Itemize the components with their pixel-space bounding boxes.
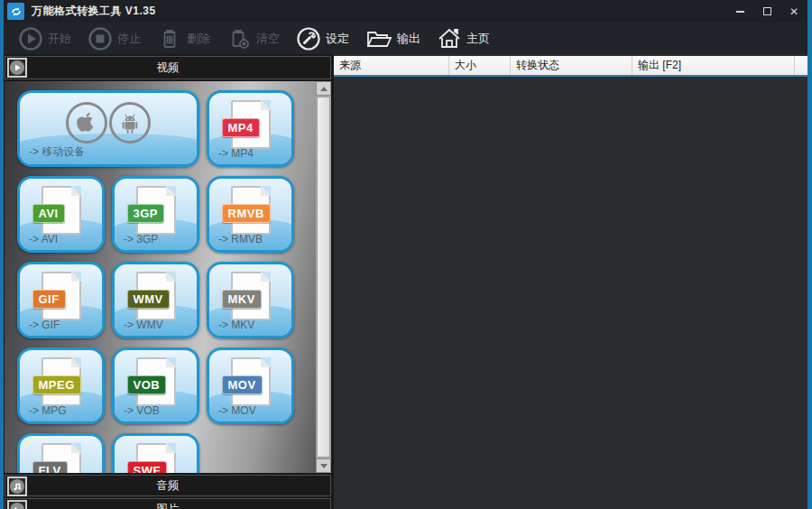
format-label: -> 移动设备 — [29, 144, 85, 160]
stop-label: 停止 — [117, 31, 141, 47]
conversion-panel: 来源 大小 转换状态 输出 [F2] — [334, 54, 807, 509]
format-badge: MKV — [222, 290, 262, 309]
format-label: -> GIF — [29, 319, 60, 331]
format-button-gif[interactable]: GIF -> GIF — [17, 262, 105, 338]
file-icon: FLV — [42, 443, 81, 473]
tab-image-label: 图片 — [157, 502, 180, 509]
scroll-up-button[interactable] — [316, 81, 331, 96]
format-label: -> AVI — [29, 233, 58, 245]
apple-icon — [66, 102, 107, 143]
file-icon: VOB — [136, 357, 176, 406]
tab-audio-label: 音频 — [157, 478, 180, 494]
format-button-avi[interactable]: AVI -> AVI — [17, 176, 105, 253]
minimize-button[interactable] — [726, 0, 753, 23]
file-icon: WMV — [136, 272, 176, 320]
file-icon: MOV — [231, 357, 271, 406]
format-button-vob[interactable]: VOB -> VOB — [112, 347, 199, 424]
format-badge: RMVB — [222, 204, 271, 223]
picture-icon — [7, 500, 27, 509]
format-sidebar: 视频 — [4, 54, 332, 509]
file-icon: GIF — [42, 272, 81, 320]
format-button-mobile[interactable]: -> 移动设备 — [17, 90, 199, 167]
trash-clear-icon — [226, 26, 252, 51]
format-badge: AVI — [32, 204, 65, 223]
home-icon — [437, 27, 462, 51]
format-badge: SWF — [127, 461, 167, 473]
tab-audio[interactable]: 音频 — [5, 475, 331, 496]
play-icon — [7, 58, 27, 78]
format-button-flv[interactable]: FLV -> FLV — [17, 433, 105, 473]
tab-video[interactable]: 视频 — [5, 56, 331, 79]
window-border-left — [0, 0, 4, 509]
list-header: 来源 大小 转换状态 输出 [F2] — [334, 56, 807, 77]
maximize-button[interactable] — [753, 0, 780, 23]
trash-icon — [157, 26, 182, 51]
format-label: -> WMV — [124, 319, 163, 331]
format-button-rmvb[interactable]: RMVB -> RMVB — [207, 176, 294, 253]
clear-button[interactable]: 清空 — [223, 24, 283, 53]
format-button-mov[interactable]: MOV -> MOV — [207, 347, 294, 424]
format-grid-viewport: -> 移动设备 MP4 -> MP4 AVI -> AVI — [5, 81, 331, 473]
column-source[interactable]: 来源 — [334, 56, 449, 75]
format-button-mp4[interactable]: MP4 -> MP4 — [207, 90, 294, 167]
file-icon: MP4 — [231, 100, 271, 149]
output-button[interactable]: 输出 — [362, 25, 424, 52]
format-label: -> MKV — [218, 319, 254, 331]
file-icon: RMVB — [231, 186, 271, 235]
file-icon: AVI — [42, 186, 81, 235]
settings-button[interactable]: 设定 — [292, 24, 353, 53]
tab-video-label: 视频 — [157, 60, 180, 76]
home-label: 主页 — [466, 31, 490, 47]
column-size[interactable]: 大小 — [449, 56, 511, 75]
settings-label: 设定 — [326, 31, 349, 47]
column-filler — [795, 56, 807, 75]
format-label: -> MOV — [218, 404, 256, 417]
format-button-swf[interactable]: SWF -> SWF — [112, 433, 199, 473]
stop-button[interactable]: 停止 — [84, 24, 144, 53]
window-border-right — [807, 0, 812, 509]
music-note-icon — [7, 477, 27, 496]
format-button-mpeg[interactable]: MPEG -> MPG — [17, 347, 105, 424]
play-circle-icon — [18, 26, 43, 51]
column-output[interactable]: 输出 [F2] — [632, 56, 795, 75]
format-button-3gp[interactable]: 3GP -> 3GP — [112, 176, 199, 253]
format-label: -> VOB — [124, 404, 160, 417]
format-grid: -> 移动设备 MP4 -> MP4 AVI -> AVI — [5, 81, 316, 473]
delete-button[interactable]: 删除 — [153, 24, 214, 53]
format-label: -> MPG — [29, 404, 67, 417]
format-button-mkv[interactable]: MKV -> MKV — [207, 262, 294, 338]
delete-label: 删除 — [187, 31, 210, 47]
output-label: 输出 — [397, 31, 420, 47]
column-status[interactable]: 转换状态 — [511, 56, 632, 75]
tab-image[interactable]: 图片 — [5, 498, 331, 509]
titlebar: 万能格式转换工具 V1.35 ✕ — [4, 0, 807, 23]
format-badge: MOV — [222, 375, 263, 394]
format-badge: MP4 — [222, 118, 260, 137]
file-icon: SWF — [136, 443, 176, 473]
format-badge: GIF — [32, 290, 66, 309]
window-title: 万能格式转换工具 V1.35 — [32, 4, 156, 19]
format-button-wmv[interactable]: WMV -> WMV — [112, 262, 199, 338]
format-badge: VOB — [127, 375, 167, 394]
home-button[interactable]: 主页 — [433, 25, 494, 52]
wrench-circle-icon — [296, 26, 321, 51]
format-badge: WMV — [127, 290, 170, 309]
clear-label: 清空 — [256, 31, 280, 47]
format-badge: FLV — [32, 461, 68, 473]
window-controls: ✕ — [726, 0, 807, 23]
start-label: 开始 — [48, 31, 71, 47]
close-button[interactable]: ✕ — [780, 0, 807, 23]
format-label: -> 3GP — [124, 233, 158, 245]
file-icon: 3GP — [136, 186, 176, 235]
conversion-list[interactable] — [334, 77, 807, 509]
scroll-thumb[interactable] — [317, 97, 330, 458]
format-label: -> RMVB — [218, 233, 263, 245]
folder-icon — [365, 27, 392, 51]
start-button[interactable]: 开始 — [14, 24, 75, 53]
app-sync-icon — [7, 3, 24, 20]
file-icon: MPEG — [42, 357, 81, 406]
format-badge: MPEG — [32, 375, 81, 394]
sidebar-scrollbar[interactable] — [316, 81, 331, 473]
stop-circle-icon — [88, 26, 113, 51]
scroll-down-button[interactable] — [316, 458, 331, 473]
